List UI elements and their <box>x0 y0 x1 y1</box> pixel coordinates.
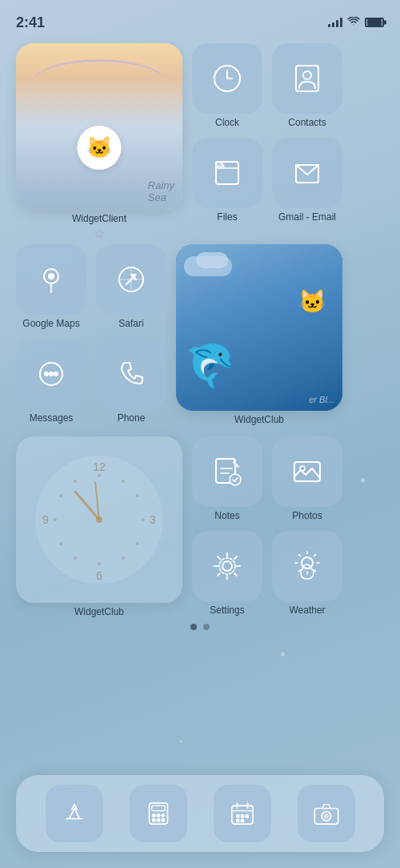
apps-grid-row1: Clock Contacts <box>192 43 342 241</box>
clock-app[interactable]: Clock <box>192 43 262 128</box>
apps-row-1-2: Files Gmail - Email <box>192 138 342 223</box>
bar-1 <box>328 24 330 27</box>
apps-row-3-2: Settings Weather <box>192 531 342 616</box>
files-icon-bg[interactable] <box>192 138 262 208</box>
safari-icon-bg[interactable] <box>96 244 166 315</box>
widgetclub-label-2: WidgetClub <box>234 414 284 425</box>
status-bar: 2:41 <box>0 0 400 35</box>
files-app[interactable]: Files <box>192 138 262 223</box>
svg-point-10 <box>45 372 48 376</box>
gmail-app[interactable]: Gmail - Email <box>272 138 342 223</box>
weather-icon <box>290 549 325 584</box>
messages-label: Messages <box>30 412 74 424</box>
svg-text:9: 9 <box>42 513 49 526</box>
gmail-icon <box>290 155 325 191</box>
svg-point-47 <box>162 814 164 817</box>
messages-app[interactable]: Messages <box>16 339 86 424</box>
widgetclub-ocean-widget[interactable]: 🐬 🐱 er Bl... <box>176 244 342 411</box>
camera-dock-app[interactable] <box>298 785 355 842</box>
svg-point-30 <box>54 518 57 521</box>
ocean-widget-col: 🐬 🐱 er Bl... WidgetClub <box>176 244 342 425</box>
phone-app[interactable]: Phone <box>96 339 166 424</box>
photos-icon-bg[interactable] <box>272 436 342 507</box>
messages-icon-bg[interactable] <box>16 339 86 409</box>
googlemaps-icon-bg[interactable] <box>16 244 86 315</box>
contacts-app[interactable]: Contacts <box>272 43 342 128</box>
apps-row-3-1: Notes Photos <box>192 436 342 521</box>
widgetclub-art-widget[interactable]: 🐱 RainySea <box>16 43 182 210</box>
notes-app[interactable]: Notes <box>192 436 262 521</box>
left-widget-col: 🐱 RainySea WidgetClient ☆ <box>16 43 182 241</box>
svg-point-32 <box>74 480 77 483</box>
ocean-art: 🐬 🐱 er Bl... <box>176 244 342 411</box>
appstore-dock-app[interactable] <box>46 785 103 842</box>
svg-point-31 <box>59 494 62 497</box>
contacts-icon-bg[interactable] <box>272 43 342 114</box>
svg-point-57 <box>236 819 238 822</box>
svg-point-11 <box>50 372 53 376</box>
clock-icon <box>210 61 245 96</box>
status-icons <box>328 16 384 29</box>
status-time: 2:41 <box>16 14 45 31</box>
safari-label: Safari <box>118 318 143 329</box>
widget-art-label: RainySea <box>148 179 174 203</box>
svg-point-58 <box>241 819 243 822</box>
svg-point-27 <box>98 562 101 565</box>
messages-icon <box>34 356 69 392</box>
page-dot-2 <box>203 624 210 630</box>
svg-point-29 <box>59 542 62 545</box>
main-content: 🐱 RainySea WidgetClient ☆ <box>0 35 400 630</box>
svg-point-46 <box>157 814 159 817</box>
svg-text:6: 6 <box>96 569 102 582</box>
bar-2 <box>332 22 334 27</box>
gmail-icon-bg[interactable] <box>272 138 342 208</box>
safari-icon <box>114 262 149 297</box>
svg-rect-44 <box>151 806 164 811</box>
photos-app[interactable]: Photos <box>272 436 342 521</box>
photos-label: Photos <box>292 510 322 521</box>
apps-row-1-1: Clock Contacts <box>192 43 342 128</box>
svg-text:3: 3 <box>150 513 156 526</box>
calendar-dock-app[interactable] <box>214 785 271 842</box>
bar-3 <box>336 20 338 27</box>
calendar-icon <box>228 799 257 828</box>
battery-icon <box>365 18 384 27</box>
page-dot-1 <box>190 624 197 630</box>
wifi-icon <box>347 16 360 29</box>
battery-fill <box>367 19 382 26</box>
signal-bars <box>328 18 342 27</box>
svg-point-23 <box>136 494 139 497</box>
svg-point-61 <box>324 814 328 818</box>
svg-point-48 <box>152 819 154 822</box>
svg-point-4 <box>303 71 311 79</box>
svg-point-45 <box>152 814 154 817</box>
clock-icon-bg[interactable] <box>192 43 262 114</box>
cat-scene-art: 🐱 RainySea <box>16 43 182 210</box>
notes-icon-bg[interactable] <box>192 436 262 507</box>
files-icon <box>210 155 245 191</box>
svg-point-39 <box>300 466 305 471</box>
svg-point-55 <box>241 815 243 818</box>
settings-icon-bg[interactable] <box>192 531 262 601</box>
settings-app[interactable]: Settings <box>192 531 262 616</box>
weather-app[interactable]: Weather <box>272 531 342 616</box>
weather-label: Weather <box>289 605 325 616</box>
widgetclub-label-1: WidgetClient <box>72 213 126 224</box>
svg-point-28 <box>74 557 77 560</box>
notes-label: Notes <box>214 510 239 521</box>
dock <box>16 775 384 852</box>
googlemaps-label: Google Maps <box>22 318 79 329</box>
svg-point-49 <box>157 819 159 822</box>
calculator-dock-app[interactable] <box>130 785 187 842</box>
safari-app[interactable]: Safari <box>96 244 166 329</box>
analog-clock-face: 12 3 6 9 <box>31 452 167 588</box>
files-label: Files <box>217 211 237 223</box>
googlemaps-app[interactable]: Google Maps <box>16 244 86 329</box>
svg-point-40 <box>222 561 232 571</box>
phone-icon-bg[interactable] <box>96 339 166 409</box>
ocean-art-label: er Bl... <box>309 395 334 404</box>
clock-analog-widget[interactable]: 12 3 6 9 <box>16 436 182 603</box>
appstore-icon <box>60 799 89 828</box>
weather-icon-bg[interactable] <box>272 531 342 601</box>
row-three: 12 3 6 9 <box>16 436 384 617</box>
